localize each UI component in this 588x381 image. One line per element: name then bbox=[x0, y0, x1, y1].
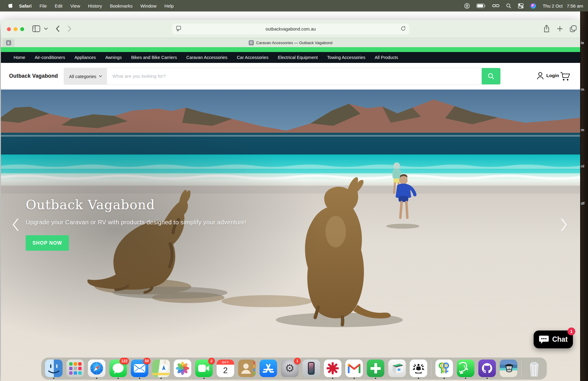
nav-home[interactable]: Home bbox=[14, 55, 25, 60]
forward-button[interactable] bbox=[67, 25, 72, 32]
dock-app-finder[interactable] bbox=[45, 359, 63, 379]
close-window-button[interactable] bbox=[7, 27, 11, 31]
cart-button[interactable] bbox=[560, 71, 571, 82]
dock-app-messages[interactable]: 122 bbox=[109, 359, 127, 379]
dock-app-contacts[interactable] bbox=[238, 359, 256, 379]
hero-subtitle: Upgrade your Caravan or RV with products… bbox=[26, 219, 247, 226]
dock-app-scanner[interactable] bbox=[388, 359, 406, 379]
nav-car-accessories[interactable]: Car Accessories bbox=[237, 55, 269, 60]
url-text[interactable]: outbackvagabond.com.au bbox=[172, 27, 409, 31]
dock-app-whatsapp[interactable] bbox=[457, 359, 474, 379]
login-button[interactable]: Login bbox=[536, 71, 559, 80]
site-header: Outback Vagabond All categories Login bbox=[1, 63, 580, 90]
control-center-icon[interactable] bbox=[518, 3, 524, 8]
chat-widget-button[interactable]: Chat 1 bbox=[534, 331, 573, 348]
sidebar-chevron-down-icon[interactable] bbox=[44, 27, 48, 30]
dock-app-preview[interactable] bbox=[500, 359, 517, 379]
nav-towing-accessories[interactable]: Towing Accessories bbox=[327, 55, 366, 60]
calendar-day: 2 bbox=[217, 365, 234, 376]
menu-item-safari[interactable]: Safari bbox=[15, 3, 36, 8]
nav-all-products[interactable]: All Products bbox=[375, 55, 398, 60]
search-input[interactable] bbox=[107, 68, 482, 84]
nav-electrical-equipment[interactable]: Electrical Equipment bbox=[278, 55, 318, 60]
menu-item-edit[interactable]: Edit bbox=[51, 3, 66, 8]
macos-menu-bar: Safari File Edit View History Bookmarks … bbox=[0, 0, 588, 11]
reload-icon[interactable] bbox=[401, 26, 406, 32]
desktop-icon-label-fragment[interactable]: nl bbox=[581, 164, 588, 168]
cart-icon bbox=[560, 71, 571, 81]
running-indicator bbox=[444, 378, 445, 379]
accessibility-icon[interactable] bbox=[464, 3, 470, 9]
search-button[interactable] bbox=[482, 68, 500, 84]
nav-awnings[interactable]: Awnings bbox=[105, 55, 122, 60]
dock-trash[interactable] bbox=[525, 359, 543, 379]
menu-item-bookmarks[interactable]: Bookmarks bbox=[106, 3, 137, 8]
minimize-window-button[interactable] bbox=[14, 27, 18, 31]
login-label: Login bbox=[546, 73, 559, 78]
battery-icon[interactable] bbox=[477, 4, 486, 8]
running-indicator bbox=[118, 378, 119, 379]
running-indicator bbox=[96, 378, 97, 379]
nav-bikes[interactable]: Bikes and Bike Carriers bbox=[131, 55, 177, 60]
search-icon bbox=[488, 73, 494, 80]
menu-bar-date[interactable]: Thu 2 Oct bbox=[543, 3, 563, 8]
share-icon[interactable] bbox=[544, 25, 550, 33]
dock-app-red-pinwheel[interactable] bbox=[324, 359, 341, 379]
dock-app-facetime[interactable]: 2 bbox=[195, 359, 213, 379]
menu-item-help[interactable]: Help bbox=[160, 3, 178, 8]
dock-app-gmail[interactable] bbox=[345, 359, 363, 379]
carousel-next-button[interactable] bbox=[561, 218, 568, 233]
tab-favicon: O bbox=[249, 40, 254, 45]
carousel-prev-button[interactable] bbox=[12, 218, 19, 233]
dock-app-mail[interactable]: 50 bbox=[131, 359, 148, 379]
nav-appliances[interactable]: Appliances bbox=[74, 55, 96, 60]
shop-now-button[interactable]: SHOP NOW bbox=[26, 235, 69, 251]
menu-item-view[interactable]: View bbox=[66, 3, 84, 8]
desktop-icon-label-fragment[interactable]: m bbox=[581, 128, 588, 132]
apple-menu-icon[interactable] bbox=[6, 2, 15, 9]
search-icon[interactable] bbox=[506, 3, 511, 8]
menu-item-history[interactable]: History bbox=[84, 3, 106, 8]
siri-icon[interactable] bbox=[530, 3, 536, 9]
site-navigation: Home Air-conditioners Appliances Awnings… bbox=[1, 52, 580, 63]
hero-title: Outback Vagabond bbox=[26, 197, 155, 212]
dock-separator bbox=[521, 360, 522, 377]
dock-app-passwords[interactable] bbox=[435, 359, 453, 379]
dock-app-iphone-mirroring[interactable] bbox=[302, 359, 320, 379]
menu-item-file[interactable]: File bbox=[36, 3, 51, 8]
nav-caravan-accessories[interactable]: Caravan Accessories bbox=[186, 55, 227, 60]
safari-toolbar: outbackvagabond.com.au bbox=[1, 20, 580, 38]
dock-app-calendar[interactable]: OCT 2 bbox=[217, 359, 234, 379]
category-dropdown[interactable]: All categories bbox=[64, 68, 107, 84]
desktop-icon-label-fragment[interactable]: df bbox=[581, 201, 588, 206]
tab-overview-icon[interactable] bbox=[570, 25, 577, 32]
dock-app-safari[interactable] bbox=[88, 359, 105, 379]
hotspot-icon[interactable] bbox=[492, 3, 499, 8]
active-tab[interactable]: O Caravan Accessories — Outback Vagabond bbox=[1, 38, 580, 47]
dock-app-green-cross[interactable] bbox=[367, 359, 384, 379]
menu-item-window[interactable]: Window bbox=[137, 3, 160, 8]
back-button[interactable] bbox=[55, 25, 60, 32]
desktop-icon-label-fragment[interactable]: le bbox=[581, 41, 588, 45]
dock-app-maps[interactable] bbox=[152, 359, 170, 379]
zoom-window-button[interactable] bbox=[20, 27, 24, 31]
dock-app-github[interactable] bbox=[478, 359, 496, 379]
address-bar[interactable]: outbackvagabond.com.au bbox=[172, 23, 409, 35]
new-tab-icon[interactable] bbox=[557, 26, 563, 32]
running-indicator bbox=[418, 378, 419, 379]
dock-app-launchpad[interactable] bbox=[66, 359, 84, 379]
notification-badge: 50 bbox=[143, 358, 150, 364]
dock-app-system-settings[interactable]: ⚙ 1 bbox=[281, 359, 299, 379]
site-logo[interactable]: Outback Vagabond bbox=[9, 73, 58, 79]
running-indicator bbox=[53, 378, 54, 379]
safari-tab-bar: S O Caravan Accessories — Outback Vagabo… bbox=[1, 38, 580, 47]
dock-app-photos[interactable] bbox=[174, 359, 191, 379]
plus-icon bbox=[370, 363, 381, 373]
menu-bar-time[interactable]: 7:56 am bbox=[567, 3, 583, 8]
running-indicator bbox=[486, 378, 488, 379]
dock-app-mygov[interactable] bbox=[410, 359, 427, 379]
dock-app-app-store[interactable] bbox=[260, 359, 277, 379]
nav-air-conditioners[interactable]: Air-conditioners bbox=[35, 55, 65, 60]
sidebar-toggle-button[interactable] bbox=[32, 25, 40, 32]
desktop-icon-label-fragment[interactable]: m bbox=[581, 87, 588, 92]
